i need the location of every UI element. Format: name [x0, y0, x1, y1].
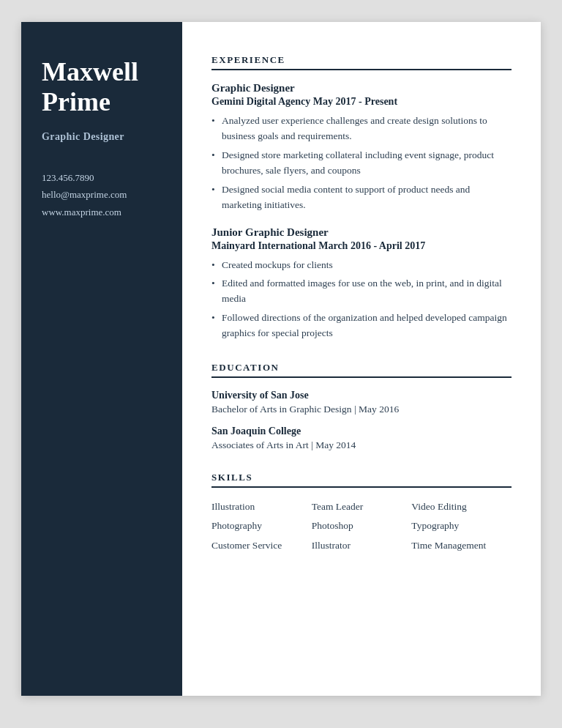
job-1-bullet-2: Designed store marketing collateral incl… [211, 148, 512, 179]
main-content: EXPERIENCE Graphic Designer Gemini Digit… [182, 22, 541, 696]
job-1: Graphic Designer Gemini Digital Agency M… [211, 82, 512, 213]
job-2-title: Junior Graphic Designer [211, 226, 512, 239]
experience-title: EXPERIENCE [211, 54, 512, 70]
job-1-company-date: Gemini Digital Agency May 2017 - Present [211, 96, 512, 108]
job-2-bullet-3: Followed directions of the organization … [211, 311, 512, 341]
school-1-degree: Bachelor of Arts in Graphic Design | May… [211, 404, 512, 415]
skills-grid: Illustration Photography Customer Servic… [211, 499, 512, 553]
email: hello@maxprime.com [42, 186, 162, 203]
website: www.maxprime.com [42, 204, 162, 220]
school-1: University of San Jose Bachelor of Arts … [211, 390, 512, 415]
job-1-bullet-3: Designed social media content to support… [211, 182, 512, 213]
job-1-bullets: Analyzed user experience challenges and … [211, 114, 512, 213]
skill-customer-service: Customer Service [211, 538, 312, 553]
job-2-bullets: Created mockups for clients Edited and f… [211, 258, 512, 342]
candidate-title: Graphic Designer [42, 131, 162, 143]
job-1-bullet-1: Analyzed user experience challenges and … [211, 114, 512, 144]
skill-typography: Typography [411, 519, 512, 533]
phone: 123.456.7890 [42, 169, 162, 186]
job-2-bullet-1: Created mockups for clients [211, 258, 512, 273]
skill-team-leader: Team Leader [312, 499, 412, 514]
school-2-name: San Joaquin College [211, 426, 512, 437]
skill-photoshop: Photoshop [312, 519, 412, 533]
contact-info: 123.456.7890 hello@maxprime.com www.maxp… [42, 169, 162, 220]
skills-col-1: Illustration Photography Customer Servic… [211, 499, 312, 553]
skill-time-management: Time Management [411, 538, 512, 553]
skill-illustrator: Illustrator [312, 538, 412, 553]
job-2-bullet-2: Edited and formatted images for use on t… [211, 276, 512, 307]
school-1-name: University of San Jose [211, 390, 512, 401]
skills-section: SKILLS Illustration Photography Customer… [211, 472, 512, 553]
skill-illustration: Illustration [211, 499, 312, 514]
job-1-title: Graphic Designer [211, 82, 512, 94]
school-2-degree: Associates of Arts in Art | May 2014 [211, 439, 512, 451]
job-2-company-date: Mainyard International March 2016 - Apri… [211, 240, 512, 252]
school-2: San Joaquin College Associates of Arts i… [211, 426, 512, 451]
skill-photography: Photography [211, 519, 312, 533]
education-title: EDUCATION [211, 362, 512, 378]
sidebar: Maxwell Prime Graphic Designer 123.456.7… [21, 22, 182, 696]
resume-container: Maxwell Prime Graphic Designer 123.456.7… [21, 22, 541, 696]
education-section: EDUCATION University of San Jose Bachelo… [211, 362, 512, 451]
skills-title: SKILLS [211, 472, 512, 488]
skills-col-2: Team Leader Photoshop Illustrator [312, 499, 412, 553]
experience-section: EXPERIENCE Graphic Designer Gemini Digit… [211, 54, 512, 341]
skills-col-3: Video Editing Typography Time Management [411, 499, 512, 553]
job-2: Junior Graphic Designer Mainyard Interna… [211, 226, 512, 342]
skill-video-editing: Video Editing [411, 499, 512, 514]
candidate-name: Maxwell Prime [42, 57, 162, 118]
